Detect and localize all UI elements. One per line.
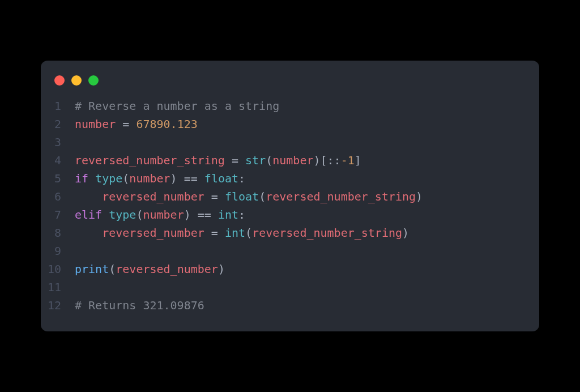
token-default — [238, 154, 245, 167]
token-num: 67890.123 — [136, 117, 197, 131]
token-keyword: elif — [75, 208, 102, 221]
token-punct: ( — [259, 190, 266, 203]
token-comment: # Returns 321.09876 — [75, 299, 204, 312]
code-line: 5if type(number) == float: — [41, 169, 539, 188]
token-ident: number — [129, 172, 170, 185]
token-default — [211, 208, 218, 221]
token-punct: : — [238, 208, 245, 221]
code-editor[interactable]: 1# Reverse a number as a string2number =… — [41, 97, 539, 314]
token-builtin: type — [109, 208, 136, 221]
line-number: 3 — [41, 133, 75, 151]
line-number: 7 — [41, 206, 75, 224]
code-content: # Reverse a number as a string — [75, 97, 279, 115]
line-number: 12 — [41, 296, 75, 314]
line-number: 4 — [41, 151, 75, 169]
token-ident: reversed_number_string — [75, 154, 225, 167]
token-assign: = — [122, 117, 129, 131]
token-builtin: int — [218, 208, 238, 221]
token-default — [204, 190, 211, 203]
code-line: 11 — [41, 278, 539, 296]
code-line: 2number = 67890.123 — [41, 115, 539, 133]
token-default — [218, 190, 225, 203]
code-line: 6 reversed_number = float(reversed_numbe… — [41, 188, 539, 206]
token-builtin: float — [225, 190, 259, 203]
token-punct: ( — [136, 208, 143, 221]
line-number: 9 — [41, 242, 75, 260]
code-content — [75, 242, 82, 260]
code-line: 9 — [41, 242, 539, 260]
code-line: 8 reversed_number = int(reversed_number_… — [41, 224, 539, 242]
token-default — [75, 190, 102, 203]
token-ident: number — [272, 154, 313, 167]
token-ident: reversed_number — [116, 262, 218, 276]
code-line: 7elif type(number) == int: — [41, 206, 539, 224]
code-content: # Returns 321.09876 — [75, 296, 204, 314]
token-punct: )[:: — [313, 154, 340, 167]
token-comment: # Reverse a number as a string — [75, 99, 279, 113]
code-content: reversed_number = int(reversed_number_st… — [75, 224, 409, 242]
code-content: reversed_number = float(reversed_number_… — [75, 188, 423, 206]
token-assign: = — [211, 190, 218, 203]
line-number: 11 — [41, 278, 75, 296]
token-default — [218, 226, 225, 240]
code-content: number = 67890.123 — [75, 115, 198, 133]
token-builtin: int — [225, 226, 245, 240]
token-punct: ( — [266, 154, 272, 167]
code-content: reversed_number_string = str(number)[::-… — [75, 151, 361, 169]
code-content: if type(number) == float: — [75, 169, 245, 188]
token-ident: reversed_number_string — [252, 226, 402, 240]
code-window: 1# Reverse a number as a string2number =… — [41, 61, 539, 331]
token-default — [225, 154, 232, 167]
token-default — [88, 172, 95, 185]
token-ident: reversed_number_string — [266, 190, 416, 203]
token-punct: ( — [122, 172, 129, 185]
token-num: -1 — [341, 154, 355, 167]
token-func: print — [75, 262, 109, 276]
line-number: 1 — [41, 97, 75, 115]
code-content: print(reversed_number) — [75, 260, 225, 278]
token-punct: ) — [184, 208, 198, 221]
token-punct: ( — [109, 262, 116, 276]
token-default — [116, 117, 122, 131]
token-punct: ) — [416, 190, 423, 203]
token-punct: ) — [218, 262, 225, 276]
token-assign: = — [211, 226, 218, 240]
token-builtin: float — [204, 172, 238, 185]
token-op: == — [198, 208, 211, 221]
token-op: == — [184, 172, 198, 185]
minimize-icon[interactable] — [71, 75, 82, 86]
token-assign: = — [232, 154, 238, 167]
code-line: 4reversed_number_string = str(number)[::… — [41, 151, 539, 169]
code-line: 10print(reversed_number) — [41, 260, 539, 278]
token-builtin: str — [245, 154, 266, 167]
line-number: 2 — [41, 115, 75, 133]
token-ident: number — [143, 208, 184, 221]
code-content — [75, 278, 82, 296]
close-icon[interactable] — [54, 75, 65, 86]
token-builtin: type — [95, 172, 122, 185]
window-title-bar — [41, 73, 539, 97]
token-punct: ) — [170, 172, 184, 185]
zoom-icon[interactable] — [88, 75, 99, 86]
token-punct: ) — [402, 226, 409, 240]
line-number: 6 — [41, 188, 75, 206]
token-punct: : — [238, 172, 245, 185]
line-number: 10 — [41, 260, 75, 278]
token-ident: reversed_number — [102, 226, 204, 240]
code-line: 1# Reverse a number as a string — [41, 97, 539, 115]
code-content: elif type(number) == int: — [75, 206, 245, 224]
line-number: 8 — [41, 224, 75, 242]
token-ident: number — [75, 117, 116, 131]
token-punct: ( — [245, 226, 252, 240]
token-keyword: if — [75, 172, 88, 185]
token-default — [204, 226, 211, 240]
token-punct: ] — [355, 154, 361, 167]
token-default — [198, 172, 204, 185]
token-default — [129, 117, 136, 131]
line-number: 5 — [41, 169, 75, 188]
token-default — [75, 226, 102, 240]
code-line: 3 — [41, 133, 539, 151]
code-line: 12# Returns 321.09876 — [41, 296, 539, 314]
code-content — [75, 133, 82, 151]
token-ident: reversed_number — [102, 190, 204, 203]
